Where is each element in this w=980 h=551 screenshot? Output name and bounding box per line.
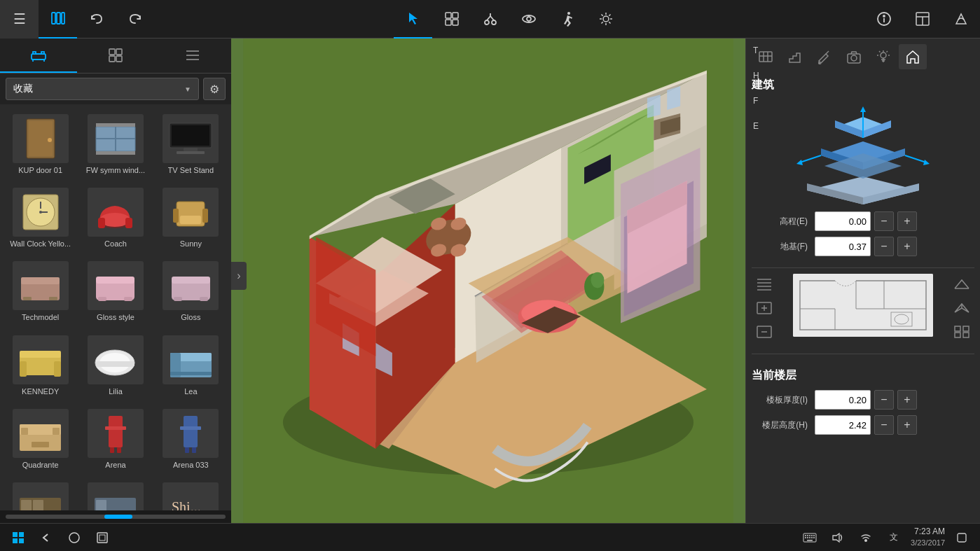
svg-rect-82 [54,361,61,377]
list-item[interactable]: Lea [154,329,228,401]
ime-icon[interactable]: 文 [883,526,905,549]
list-item[interactable]: Arena [78,403,152,475]
foundation-plus-btn[interactable]: + [897,237,917,256]
back-button[interactable] [35,526,57,549]
volume-icon[interactable] [827,526,849,549]
item-thumbnail [13,188,69,237]
item-thumbnail [88,335,144,384]
item-label: KUP door 01 [18,166,62,175]
floor-thickness-input[interactable] [815,390,871,410]
elevation-input[interactable] [815,211,871,231]
svg-line-10 [490,16,494,20]
list-item[interactable]: Arena 033 [154,403,228,475]
list-item[interactable]: Quadrante [4,403,77,475]
network-icon[interactable] [855,526,877,549]
view-grid-icon[interactable] [949,321,974,342]
elevation-plus-btn[interactable]: + [897,211,917,231]
floor-thickness-minus-btn[interactable]: − [874,390,894,410]
floor-height-plus-btn[interactable]: + [897,415,917,435]
svg-point-143 [591,272,605,288]
item-thumbnail [13,335,69,384]
list-item[interactable]: FW symm wind... [78,108,152,180]
list-item[interactable]: Shi... [154,476,228,510]
list-item[interactable]: Lilia [78,329,152,401]
floor-list-icon[interactable] [752,274,777,295]
remove-floor-icon[interactable] [752,321,777,342]
library-button[interactable] [39,0,77,39]
foundation-minus-btn[interactable]: − [874,237,894,256]
layout-button[interactable] [903,0,941,39]
list-item[interactable]: TV Set Stand [154,108,228,180]
list-item[interactable]: Sunny [154,181,228,253]
item-thumbnail [88,482,144,510]
windows-button[interactable] [91,526,113,549]
tab-light[interactable] [869,44,897,69]
divider [752,267,974,268]
svg-rect-95 [109,416,123,447]
svg-point-160 [851,55,857,61]
tab-paint[interactable] [810,44,838,69]
list-item[interactable]: Wall Clock Yello... [4,181,77,253]
scrollbar-thumb[interactable] [104,515,132,519]
svg-rect-3 [446,13,451,18]
svg-point-14 [567,12,570,15]
floor-thickness-plus-btn[interactable]: + [897,390,917,410]
svg-rect-32 [41,52,44,54]
add-floor-icon[interactable] [752,298,777,319]
tab-camera[interactable] [840,44,868,69]
svg-rect-210 [963,333,969,337]
undo-button[interactable] [77,0,116,39]
grid-scrollbar[interactable] [0,510,231,523]
building-3d-view: T H F E [752,99,974,204]
tab-design[interactable] [77,39,154,73]
svg-rect-81 [20,361,27,377]
svg-rect-65 [202,209,208,223]
tab-stairs[interactable] [781,44,809,69]
floor-plan-area [231,39,745,523]
scrollbar-track[interactable] [6,515,226,519]
list-item[interactable]: KENNEDY [4,329,77,401]
current-floor-title: 当前楼层 [752,368,974,383]
list-item[interactable]: Techmodel [4,255,77,327]
item-thumbnail [88,409,144,458]
elevation-minus-btn[interactable]: − [874,211,894,231]
settings-button[interactable]: ⚙ [203,78,226,100]
list-item[interactable] [78,476,152,510]
floor-height-input[interactable] [815,415,871,435]
group-tool[interactable] [432,0,471,39]
view-top-icon[interactable] [949,274,974,295]
tab-home[interactable] [899,44,927,69]
info-button[interactable] [864,0,903,39]
floor-height-minus-btn[interactable]: − [874,415,894,435]
view-iso-icon[interactable] [949,298,974,319]
list-item[interactable]: Gloss [154,255,228,327]
notification-icon[interactable] [951,526,973,549]
home-button[interactable] [63,526,85,549]
export-button[interactable] [941,0,980,39]
view-tool[interactable] [509,0,548,39]
item-thumbnail [163,261,219,310]
redo-button[interactable] [116,0,154,39]
cut-tool[interactable] [471,0,509,39]
select-tool[interactable] [394,0,432,39]
main-canvas[interactable] [231,39,745,523]
svg-rect-53 [177,151,205,154]
keyboard-icon[interactable] [799,526,821,549]
menu-button[interactable]: ☰ [0,0,39,39]
list-item[interactable]: Gloss style [78,255,152,327]
start-button[interactable] [7,526,29,549]
svg-rect-51 [172,125,209,146]
list-item[interactable] [4,476,77,510]
walk-tool[interactable] [548,0,586,39]
foundation-input[interactable] [815,237,871,256]
svg-point-26 [883,15,885,17]
collapse-panel-button[interactable]: › [231,262,247,290]
tab-furniture[interactable] [0,39,77,73]
list-item[interactable]: KUP door 01 [4,108,77,180]
list-item[interactable]: Coach [78,181,152,253]
category-dropdown[interactable]: 收藏 ▼ [6,78,199,100]
item-thumbnail: Shi... [163,482,219,510]
date-display: 3/23/2017 [911,538,945,548]
tab-list[interactable] [154,39,231,73]
sun-tool[interactable] [586,0,625,39]
